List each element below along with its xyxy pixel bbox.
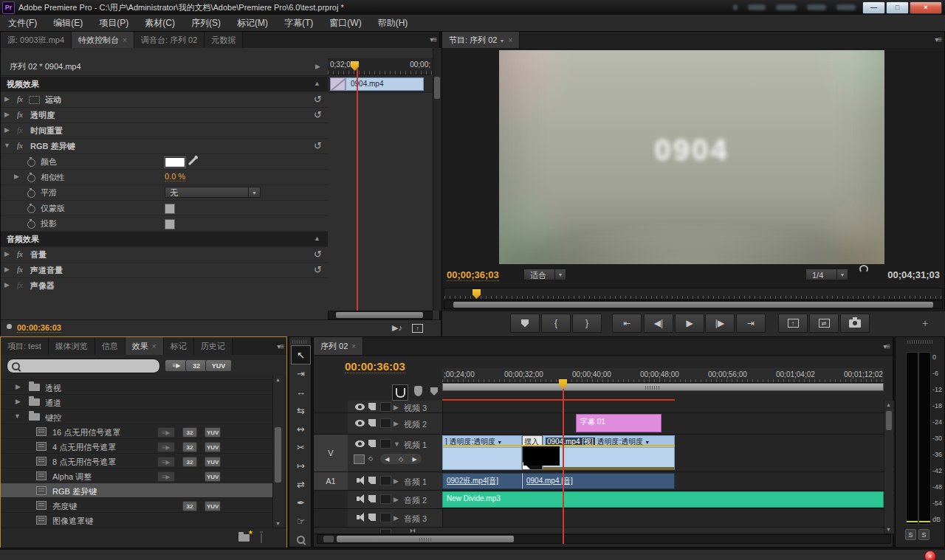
chevron-right-icon[interactable]: ▶ <box>394 477 399 485</box>
reset-icon[interactable] <box>314 249 322 260</box>
track-lock-box[interactable] <box>380 402 391 412</box>
chevron-right-icon[interactable]: ▶ <box>16 383 21 390</box>
timeline-hscrollbar[interactable] <box>317 534 891 544</box>
sync-lock-icon[interactable] <box>368 419 376 426</box>
scroll-up-icon[interactable]: ▲ <box>886 402 891 407</box>
tab-markers[interactable]: 标记 <box>164 337 194 355</box>
solo-right-button[interactable]: S <box>918 529 929 540</box>
menu-help[interactable]: 帮助(H) <box>370 17 416 30</box>
tab-audio-mixer[interactable]: 调音台: 序列 02 <box>134 32 205 48</box>
clip-title-01[interactable]: 字幕 01 <box>576 414 662 432</box>
yuv-filter-badge[interactable]: YUV <box>205 359 232 372</box>
section-audio-effects[interactable]: 音频效果 ▲ <box>1 232 328 247</box>
keyframe-toggle-icon[interactable]: ◇ <box>368 455 373 462</box>
slide-tool[interactable]: ⇄ <box>292 475 310 493</box>
program-timecode[interactable]: 00;00;36;03 <box>447 269 499 281</box>
extract-button[interactable]: ⇄ <box>809 314 839 333</box>
scrollbar-thumb[interactable] <box>275 427 281 483</box>
sync-lock-icon[interactable] <box>368 403 376 410</box>
stopwatch-icon[interactable] <box>27 174 35 182</box>
effect-item-selected[interactable]: RGB 差异键 <box>1 483 272 498</box>
chevron-right-icon[interactable]: ▶ <box>4 250 10 257</box>
encore-marker-icon[interactable] <box>414 386 422 396</box>
track-lock-box[interactable] <box>380 513 391 522</box>
folder-row-keying[interactable]: ▼ 键控 <box>1 409 272 424</box>
mask-only-checkbox[interactable] <box>165 204 175 214</box>
smoothing-dropdown[interactable]: 无▼ <box>165 187 261 198</box>
error-notification-icon[interactable]: × <box>924 550 936 560</box>
reset-icon[interactable] <box>314 94 322 105</box>
pen-tool[interactable]: ✒ <box>292 494 310 511</box>
tab-program-monitor[interactable]: 节目: 序列 02 ▼× <box>442 32 520 48</box>
effects-scrollbar[interactable]: ▲ ▼ <box>272 376 284 528</box>
chevron-right-icon[interactable]: ▶ <box>4 95 10 103</box>
tab-metadata[interactable]: 元数据 <box>205 32 243 48</box>
add-marker-button[interactable] <box>510 314 540 333</box>
chevron-down-icon[interactable]: ▼ <box>499 38 504 44</box>
shadow-checkbox[interactable] <box>165 219 175 229</box>
effect-row-rgb-difference-key[interactable]: ▼ fx RGB 差异键 <box>1 139 328 154</box>
chevron-right-icon[interactable]: ▶ <box>4 281 10 288</box>
play-button[interactable]: ▶ <box>675 314 704 333</box>
chevron-right-icon[interactable]: ▶ <box>394 404 399 411</box>
toggle-track-output-icon[interactable] <box>355 420 365 426</box>
track-lock-box[interactable] <box>380 494 391 504</box>
ec-mini-ruler[interactable]: 0;32;00 00;00; <box>328 58 433 75</box>
rate-stretch-tool[interactable]: ↭ <box>292 420 310 438</box>
zoom-tool[interactable] <box>292 530 310 548</box>
reset-icon[interactable] <box>314 140 322 151</box>
chevron-down-icon[interactable]: ▼ <box>4 142 10 149</box>
chevron-right-icon[interactable]: ▶ <box>394 496 399 503</box>
track-lock-box[interactable] <box>380 439 391 449</box>
effect-row-volume[interactable]: ▶ fx 音量 <box>1 247 328 263</box>
scroll-down-icon[interactable]: ▼ <box>275 521 281 526</box>
sync-lock-icon[interactable] <box>368 477 376 484</box>
effect-row-channel-volume[interactable]: ▶ fx 声道音量 <box>1 263 328 278</box>
close-icon[interactable]: × <box>351 342 356 350</box>
collapse-icon[interactable]: ▲ <box>314 235 320 242</box>
next-keyframe-icon[interactable]: ▶ <box>413 456 417 463</box>
display-style-icon[interactable] <box>354 454 365 464</box>
stopwatch-icon[interactable] <box>27 205 35 213</box>
close-button[interactable]: × <box>910 1 942 14</box>
effect-item[interactable]: 亮度键 32 YUV <box>1 498 272 513</box>
tab-history[interactable]: 历史记 <box>194 337 233 355</box>
lift-button[interactable]: ↑ <box>778 314 808 333</box>
scrollbar-thumb[interactable] <box>434 77 440 99</box>
effect-item[interactable]: Alpha 调整 ≡▶ YUV <box>1 469 272 483</box>
tab-sequence-02[interactable]: 序列 02× <box>314 337 363 355</box>
reset-icon[interactable] <box>314 109 322 120</box>
restore-button[interactable]: □ <box>886 1 909 14</box>
playback-resolution-dropdown[interactable]: 1/4▼ <box>805 269 848 280</box>
program-scrubber[interactable] <box>444 288 943 300</box>
goto-in-button[interactable]: ⇤ <box>612 314 642 333</box>
chevron-down-icon[interactable]: ▼ <box>14 412 21 420</box>
panel-menu-icon[interactable]: ▾≡ <box>883 342 890 350</box>
panel-grip[interactable] <box>292 340 308 344</box>
mark-out-button[interactable]: } <box>572 314 602 333</box>
chevron-right-icon[interactable]: ▶ <box>4 126 10 134</box>
eyedropper-icon[interactable] <box>188 157 196 165</box>
menu-edit[interactable]: 编辑(E) <box>45 17 91 30</box>
scrollbar-thumb[interactable] <box>453 302 933 308</box>
32bit-filter-badge[interactable]: 32 <box>185 359 207 372</box>
close-icon[interactable]: × <box>123 36 127 44</box>
panel-menu-icon[interactable]: ▾≡ <box>430 35 436 44</box>
clip-a1-0902[interactable]: 0902班.mp4[音] <box>442 473 522 489</box>
chevron-right-icon[interactable]: ▶ <box>16 398 21 405</box>
tab-media-browser[interactable]: 媒体浏览 <box>49 337 95 355</box>
effect-item[interactable]: 4 点无用信号遮罩 ≡▶ 32 YUV <box>1 439 272 454</box>
panel-grip[interactable] <box>907 340 932 344</box>
chevron-right-icon[interactable]: ▶ <box>4 111 10 118</box>
effect-item[interactable]: 8 点无用信号遮罩 ≡▶ 32 YUV <box>1 454 272 469</box>
track-lock-box[interactable] <box>380 476 391 485</box>
search-input[interactable] <box>7 359 160 373</box>
solo-left-button[interactable]: S <box>905 529 916 540</box>
timeline-ruler[interactable]: ;00;24;00 00;00;32;00 00;00;40;00 00;00;… <box>442 368 884 383</box>
similarity-value[interactable]: 0.0 % <box>165 172 185 182</box>
set-marker-icon[interactable] <box>430 387 438 395</box>
scroll-up-icon[interactable]: ▲ <box>275 377 281 382</box>
effect-item[interactable]: 16 点无用信号遮罩 ≡▶ 32 YUV <box>1 424 272 439</box>
step-back-button[interactable]: ◀| <box>644 314 673 333</box>
hand-tool[interactable]: ☞ <box>292 512 310 530</box>
